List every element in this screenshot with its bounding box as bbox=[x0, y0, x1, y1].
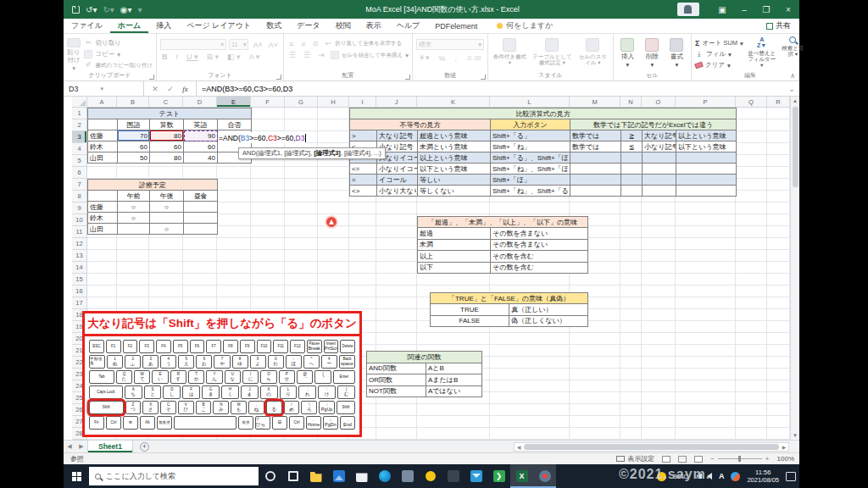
align-dialog-launcher-icon[interactable] bbox=[405, 75, 410, 80]
ribbon-tab-挿入[interactable]: 挿入 bbox=[148, 19, 179, 33]
user-avatar[interactable] bbox=[677, 3, 699, 16]
cell[interactable]: 70 bbox=[118, 130, 150, 141]
fill-color-icon[interactable]: ◧ ▾ bbox=[225, 53, 242, 61]
cell[interactable]: 超過という意味 bbox=[418, 130, 491, 141]
zoom-level[interactable]: 100% bbox=[777, 455, 794, 463]
column-header-P[interactable]: P bbox=[676, 97, 736, 107]
cell[interactable]: Shift+「ほ」 bbox=[491, 175, 570, 186]
active-cell-formula[interactable]: =AND(B3>=60,C3>=60,D3 bbox=[218, 132, 306, 143]
cell[interactable]: Aではない bbox=[426, 385, 482, 397]
cell[interactable]: その数を含まない bbox=[491, 228, 588, 239]
cell[interactable]: <= bbox=[350, 164, 377, 175]
scroll-right-icon[interactable]: ▶ bbox=[780, 444, 788, 450]
cell[interactable] bbox=[88, 191, 118, 202]
cell[interactable]: 以下という意味 bbox=[676, 141, 737, 152]
cell[interactable]: > bbox=[350, 130, 377, 141]
indent-icon[interactable]: ⇥ bbox=[316, 51, 326, 59]
taskbar-icon-store[interactable] bbox=[350, 464, 373, 488]
cell[interactable]: その数を含む bbox=[491, 251, 588, 262]
cell[interactable]: 午前 bbox=[118, 191, 150, 202]
cell[interactable]: 佐藤 bbox=[88, 130, 118, 141]
column-header-J[interactable]: J bbox=[376, 97, 417, 107]
cell[interactable]: 山田 bbox=[88, 224, 118, 235]
cancel-icon[interactable]: ✕ bbox=[152, 85, 159, 93]
cell[interactable]: 以上という意味 bbox=[676, 130, 737, 141]
cell[interactable]: 以下 bbox=[418, 262, 491, 273]
cell[interactable] bbox=[184, 213, 218, 224]
column-header-B[interactable]: B bbox=[117, 97, 149, 107]
cell[interactable]: 等しい bbox=[418, 175, 491, 186]
cell[interactable] bbox=[643, 186, 676, 197]
sheet-nav-left-icon[interactable]: ◀ bbox=[64, 441, 75, 452]
ribbon-tab-ヘルプ[interactable]: ヘルプ bbox=[389, 19, 428, 33]
ribbon-tab-データ[interactable]: データ bbox=[289, 19, 327, 33]
cell[interactable]: 40 bbox=[184, 152, 218, 164]
column-header-M[interactable]: M bbox=[570, 97, 620, 107]
cell[interactable]: その数を含む bbox=[491, 262, 588, 273]
ribbon-tab-表示[interactable]: 表示 bbox=[359, 19, 389, 33]
format-painter-button[interactable]: ✐書式のコピー/貼り付け bbox=[84, 61, 153, 69]
restore-button[interactable]: ❐ bbox=[755, 0, 777, 19]
row-header-14[interactable]: 14 bbox=[72, 262, 86, 274]
cell[interactable]: AまたはB bbox=[426, 374, 482, 386]
cell[interactable] bbox=[643, 152, 676, 164]
cell[interactable]: 未満 bbox=[418, 239, 491, 250]
sort-filter-button[interactable]: AZ▼ 並べ替えとフィルター ▾ bbox=[747, 36, 777, 72]
cell[interactable]: 真（正しい） bbox=[509, 304, 588, 315]
cell[interactable]: OR関数 bbox=[367, 374, 426, 386]
cell[interactable] bbox=[570, 175, 621, 186]
decrease-font-icon[interactable]: A˅ bbox=[267, 41, 280, 49]
align-top-icon[interactable]: ≡ bbox=[287, 40, 295, 48]
cell[interactable]: テスト bbox=[88, 108, 252, 119]
weather-sun-icon[interactable] bbox=[657, 472, 666, 481]
cell[interactable]: Shift+「ね」 bbox=[491, 141, 570, 152]
insert-function-icon[interactable]: fx bbox=[182, 85, 188, 93]
undo-icon[interactable]: ↺▾ bbox=[86, 5, 97, 14]
cell[interactable] bbox=[676, 164, 737, 175]
cut-button[interactable]: ✂切り取り bbox=[84, 39, 153, 47]
row-header-6[interactable]: 6 bbox=[72, 167, 86, 179]
column-header-I[interactable]: I bbox=[349, 97, 376, 107]
cell[interactable]: 大なり記号 bbox=[377, 130, 418, 141]
save-icon[interactable] bbox=[72, 6, 80, 14]
cell[interactable]: AとB bbox=[426, 363, 482, 374]
insert-cells-button[interactable]: 挿入▾ bbox=[617, 36, 638, 72]
cell[interactable] bbox=[184, 202, 218, 213]
cell[interactable]: ○ bbox=[150, 202, 184, 213]
column-header-F[interactable]: F bbox=[251, 97, 285, 107]
row-header-7[interactable]: 7 bbox=[72, 179, 86, 191]
italic-button[interactable]: I bbox=[175, 53, 181, 61]
bold-button[interactable]: B bbox=[160, 53, 170, 61]
increase-font-icon[interactable]: A˄ bbox=[251, 41, 264, 49]
taskbar-icon-mail[interactable] bbox=[465, 464, 487, 488]
cell[interactable]: その数を含まない bbox=[491, 239, 588, 250]
vertical-scrollbar[interactable]: ▲ ▼ bbox=[790, 97, 799, 440]
cell[interactable]: 不等号の見方 bbox=[350, 119, 491, 130]
cell[interactable]: Shift+「る」、Shift+「ほ」 bbox=[491, 152, 570, 164]
autosum-button[interactable]: Σオート SUM ▾ bbox=[695, 39, 743, 47]
underline-button[interactable]: U ▾ bbox=[185, 53, 200, 61]
taskbar-icon-edge[interactable] bbox=[373, 464, 396, 488]
row-header-2[interactable]: 2 bbox=[72, 119, 86, 131]
ime-indicator[interactable]: A bbox=[719, 472, 725, 480]
hscroll-thumb[interactable] bbox=[524, 444, 779, 450]
cell[interactable]: 80 bbox=[150, 152, 184, 164]
cell[interactable]: FALSE bbox=[431, 315, 509, 326]
cell[interactable]: 合否 bbox=[218, 119, 252, 130]
cell[interactable]: イコール bbox=[377, 175, 418, 186]
ribbon-tab-校閲[interactable]: 校閲 bbox=[328, 19, 359, 33]
start-button[interactable] bbox=[64, 464, 89, 488]
row-header-17[interactable]: 17 bbox=[72, 297, 86, 309]
cell[interactable]: 小なり大なり bbox=[377, 186, 418, 197]
cell[interactable]: 60 bbox=[150, 141, 184, 152]
cell[interactable]: 以下という意味 bbox=[418, 164, 491, 175]
cell[interactable] bbox=[621, 186, 643, 197]
clipboard-dialog-launcher-icon[interactable] bbox=[149, 75, 154, 80]
normal-view-icon[interactable] bbox=[662, 456, 670, 463]
column-header-G[interactable]: G bbox=[285, 97, 318, 107]
tray-app-icon[interactable] bbox=[731, 472, 740, 481]
find-select-button[interactable]: 検索と選択 ▾ bbox=[781, 36, 805, 72]
select-all-corner[interactable] bbox=[72, 97, 87, 107]
cell[interactable]: 山田 bbox=[88, 152, 118, 164]
cell[interactable]: 小なり記号 bbox=[643, 141, 676, 152]
